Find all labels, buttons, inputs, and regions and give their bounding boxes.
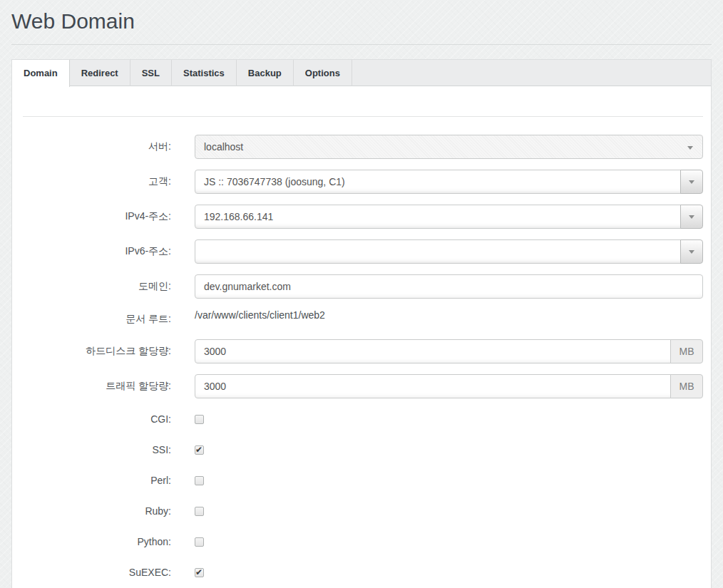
client-label: 고객:: [23, 175, 171, 188]
form-row-document-root: 문서 루트: /var/www/clients/client1/web2: [23, 309, 703, 329]
tab-backup[interactable]: Backup: [237, 60, 294, 86]
form-row-traffic-quota: 트래픽 할당량: MB: [23, 374, 703, 398]
client-select[interactable]: JS :: 7036747738 (joosung, C1): [195, 170, 703, 194]
ipv4-select[interactable]: 192.168.66.141: [195, 205, 703, 229]
python-label: Python:: [23, 536, 171, 547]
ssi-label: SSI:: [23, 444, 171, 455]
tab-redirect[interactable]: Redirect: [70, 60, 130, 86]
domain-input[interactable]: [195, 274, 703, 299]
content-panel: Domain Redirect SSL Statistics Backup Op…: [11, 59, 712, 588]
form-row-cgi: CGI:: [23, 409, 703, 429]
ipv6-select[interactable]: [195, 239, 703, 264]
harddisk-quota-unit: MB: [670, 339, 703, 363]
cgi-label: CGI:: [23, 413, 171, 425]
cgi-checkbox[interactable]: [195, 415, 204, 424]
document-root-value: /var/www/clients/client1/web2: [195, 309, 325, 321]
ipv6-select-value: [195, 239, 681, 264]
suexec-label: SuEXEC:: [23, 567, 171, 578]
tab-options[interactable]: Options: [294, 60, 352, 86]
form-row-domain: 도메인:: [23, 274, 703, 299]
client-select-value: JS :: 7036747738 (joosung, C1): [195, 170, 681, 194]
chevron-down-icon: [687, 146, 693, 150]
page-title: Web Domain: [11, 9, 712, 33]
ssi-checkbox[interactable]: [195, 445, 204, 455]
client-select-button[interactable]: [680, 170, 703, 194]
form-row-client: 고객: JS :: 7036747738 (joosung, C1): [23, 170, 703, 194]
tab-statistics[interactable]: Statistics: [172, 60, 237, 86]
ipv6-label: IPv6-주소:: [23, 245, 171, 258]
title-divider: [11, 44, 712, 45]
form-divider: [23, 116, 703, 117]
traffic-quota-input[interactable]: [195, 374, 671, 398]
server-select-value: localhost: [204, 141, 243, 153]
tab-ssl[interactable]: SSL: [130, 60, 172, 86]
domain-label: 도메인:: [23, 280, 171, 293]
ipv6-select-button[interactable]: [680, 239, 703, 264]
python-checkbox[interactable]: [195, 537, 204, 547]
chevron-down-icon: [689, 215, 694, 219]
traffic-quota-label: 트래픽 할당량:: [23, 380, 171, 393]
suexec-checkbox[interactable]: [195, 568, 204, 577]
ipv4-label: IPv4-주소:: [23, 210, 171, 223]
document-root-label: 문서 루트:: [23, 313, 171, 326]
server-label: 서버:: [23, 140, 171, 153]
perl-checkbox[interactable]: [195, 476, 204, 485]
form-row-ruby: Ruby:: [23, 501, 703, 521]
tab-domain[interactable]: Domain: [12, 60, 70, 87]
form-row-ipv4: IPv4-주소: 192.168.66.141: [23, 205, 703, 229]
ipv4-select-button[interactable]: [680, 205, 703, 229]
form-row-python: Python:: [23, 532, 703, 552]
form-row-perl: Perl:: [23, 470, 703, 490]
ipv4-select-value: 192.168.66.141: [195, 205, 681, 229]
tab-bar: Domain Redirect SSL Statistics Backup Op…: [12, 60, 711, 86]
harddisk-quota-input[interactable]: [195, 339, 671, 363]
chevron-down-icon: [689, 180, 694, 184]
perl-label: Perl:: [23, 475, 171, 486]
chevron-down-icon: [689, 250, 694, 254]
server-select[interactable]: localhost: [195, 135, 703, 159]
form-row-ssi: SSI:: [23, 440, 703, 460]
form-row-ipv6: IPv6-주소:: [23, 239, 703, 264]
form-row-server: 서버: localhost: [23, 135, 703, 159]
harddisk-quota-label: 하드디스크 할당량:: [23, 345, 171, 358]
ruby-label: Ruby:: [23, 505, 171, 517]
ruby-checkbox[interactable]: [195, 507, 204, 516]
traffic-quota-unit: MB: [670, 374, 703, 398]
tab-content: 서버: localhost 고객: JS :: 7036747738 (joos…: [12, 116, 711, 582]
form-row-suexec: SuEXEC:: [23, 562, 703, 582]
form-row-harddisk-quota: 하드디스크 할당량: MB: [23, 339, 703, 363]
